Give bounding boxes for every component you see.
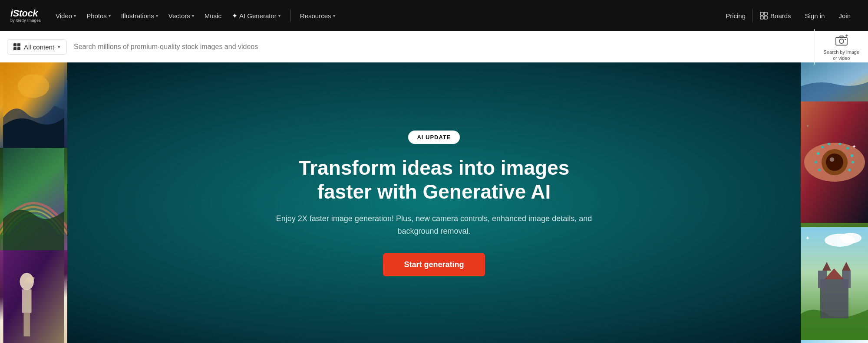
- hero-image-coastal[interactable]: [801, 62, 868, 101]
- svg-point-28: [848, 169, 851, 171]
- svg-point-17: [826, 154, 843, 171]
- nav-label-video: Video: [56, 12, 72, 20]
- hero-image-statue[interactable]: [0, 250, 67, 343]
- nav-label-ai-generator: AI Generator: [239, 12, 277, 20]
- nav-label-photos: Photos: [86, 12, 107, 20]
- boards-label: Boards: [770, 12, 791, 20]
- logo-tagline: by Getty Images: [10, 18, 41, 23]
- chevron-down-icon: ▾: [109, 13, 111, 18]
- boards-icon: [760, 12, 768, 20]
- nav-item-video[interactable]: Video ▾: [51, 9, 80, 23]
- sign-in-label: Sign in: [805, 12, 825, 20]
- svg-point-23: [846, 147, 849, 150]
- content-filter-button[interactable]: All content ▾: [7, 39, 67, 55]
- nav-boards[interactable]: Boards: [753, 8, 798, 23]
- hero-image-rainbow[interactable]: [0, 148, 67, 250]
- nav-right: Pricing Boards Sign in Join: [719, 8, 858, 23]
- hero-image-castle[interactable]: ✦: [801, 223, 868, 343]
- svg-point-5: [839, 39, 844, 43]
- svg-rect-9: [3, 250, 64, 343]
- svg-rect-3: [764, 16, 767, 19]
- hero-title: Transform ideas into images faster with …: [274, 156, 595, 204]
- svg-text:✦: ✦: [852, 144, 856, 150]
- svg-point-26: [851, 161, 854, 163]
- svg-rect-0: [760, 12, 763, 15]
- nav-item-resources[interactable]: Resources ▾: [296, 9, 340, 23]
- svg-rect-1: [764, 12, 767, 15]
- side-images-left: [0, 62, 67, 343]
- nav-label-vectors: Vectors: [168, 12, 190, 20]
- nav-label-illustrations: Illustrations: [121, 12, 154, 20]
- search-by-image-button[interactable]: Search by image or video: [814, 29, 868, 65]
- svg-text:✦: ✦: [806, 124, 809, 128]
- hero-subtitle: Enjoy 2X faster image generation! Plus, …: [274, 212, 595, 238]
- svg-point-19: [817, 152, 819, 155]
- logo[interactable]: iStock by Getty Images: [10, 9, 41, 23]
- nav-divider: [290, 9, 290, 22]
- svg-rect-11: [22, 290, 32, 313]
- nav-item-vectors[interactable]: Vectors ▾: [164, 9, 198, 23]
- svg-point-18: [830, 157, 834, 162]
- search-input[interactable]: [74, 43, 814, 51]
- hero-image-eye[interactable]: ✦ ✦: [801, 101, 868, 223]
- hero-image-sunset[interactable]: [0, 62, 67, 148]
- svg-rect-4: [836, 37, 847, 45]
- svg-point-24: [851, 154, 853, 157]
- svg-point-33: [840, 233, 861, 243]
- svg-point-21: [828, 143, 830, 145]
- svg-point-25: [815, 161, 817, 163]
- svg-point-20: [821, 146, 824, 148]
- chevron-down-icon: ▾: [333, 13, 335, 18]
- grid-icon: [13, 43, 20, 50]
- side-images-right: ✦ ✦: [801, 62, 868, 343]
- camera-icon: [834, 33, 849, 48]
- chevron-down-icon: ▾: [74, 13, 76, 18]
- nav-item-music[interactable]: Music: [200, 9, 226, 23]
- nav-pricing[interactable]: Pricing: [719, 9, 752, 23]
- join-label: Join: [838, 12, 851, 20]
- chevron-down-icon: ▾: [156, 13, 158, 18]
- chevron-down-icon: ▾: [58, 44, 60, 50]
- nav-label-resources: Resources: [300, 12, 331, 20]
- nav-label-music: Music: [205, 12, 221, 20]
- sparkle-icon: ✦: [232, 12, 238, 20]
- ai-update-badge: AI UPDATE: [408, 131, 459, 144]
- svg-rect-2: [760, 16, 763, 19]
- nav-item-ai-generator[interactable]: ✦ AI Generator ▾: [228, 8, 285, 23]
- content-filter-label: All content: [24, 43, 54, 51]
- join-button[interactable]: Join: [832, 9, 858, 23]
- search-by-image-label: Search by image or video: [823, 49, 859, 62]
- hero-section: ✦ ✦: [0, 62, 868, 343]
- chevron-down-icon: ▾: [192, 13, 194, 18]
- search-bar: All content ▾ Search by image or video: [0, 31, 868, 62]
- logo-brand: iStock: [10, 9, 41, 18]
- svg-rect-12: [23, 313, 30, 336]
- sign-in-button[interactable]: Sign in: [798, 9, 832, 23]
- chevron-down-icon: ▾: [278, 13, 281, 18]
- svg-point-27: [818, 169, 821, 171]
- start-generating-button[interactable]: Start generating: [383, 253, 485, 276]
- nav-item-illustrations[interactable]: Illustrations ▾: [117, 9, 162, 23]
- pricing-label: Pricing: [726, 12, 746, 20]
- nav-items: Video ▾ Photos ▾ Illustrations ▾ Vectors…: [51, 8, 717, 23]
- svg-point-22: [838, 143, 841, 145]
- nav-item-photos[interactable]: Photos ▾: [82, 9, 115, 23]
- navbar: iStock by Getty Images Video ▾ Photos ▾ …: [0, 0, 868, 31]
- hero-content: AI UPDATE Transform ideas into images fa…: [195, 131, 673, 276]
- svg-text:✦: ✦: [805, 235, 810, 242]
- svg-point-7: [18, 74, 50, 98]
